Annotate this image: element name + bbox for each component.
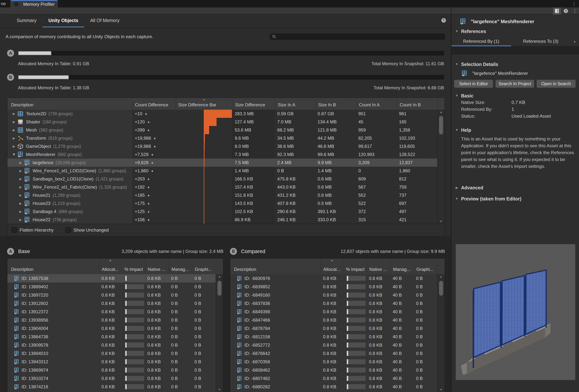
select-in-editor-button[interactable]: Select in Editor [454,80,493,88]
foldout-collapsed-icon[interactable]: ▶ [17,185,24,189]
foldout-collapsed-icon[interactable]: ▶ [17,193,24,197]
table-row[interactable]: ID: -68703560.8 KB0.8 KB40 B0 B [230,358,437,366]
table-row[interactable]: ▶House22(736 groups)+106▲86.9 KB246.1 KB… [7,216,437,224]
column-managed[interactable]: Manag... [390,259,414,274]
column-graphics[interactable]: Graphi... [192,259,216,274]
scrollbar-thumb[interactable] [217,281,221,296]
tab-memory-profiler[interactable]: Memory Profiler [10,0,58,7]
column-size-in-b[interactable]: Size In B [316,98,356,110]
column-native[interactable]: Native ... [145,259,169,274]
table-row[interactable]: ▶SShader(160 groups)+120▲127.4 MB7.0 MB1… [7,118,437,126]
scroll-down-icon[interactable]: ▼ [216,387,223,392]
preview-section-header[interactable]: ▼ Preview (taken from Editor) [451,196,579,202]
table-row[interactable]: ▶GameObject(1,278 groups)+19,988▲8.0 MB3… [7,142,437,150]
table-row[interactable]: ▶Wire_Fence2_el1_Fabric(Clone)(1,326 gro… [7,183,437,191]
table-row[interactable]: ID: 138699740.8 KB0.8 KB0 B0 B [7,366,216,374]
table-row[interactable]: ID: 139095780.8 KB0.8 KB0 B0 B [7,341,216,349]
table-row[interactable]: ▶Texture2D(739 groups)+10▲283.3 MB0.59 G… [7,110,437,118]
table-row[interactable]: ▼MeshRenderer(662 groups)+7,529▲7.3 MB92… [7,150,437,159]
table-row[interactable]: ID: -68074820.8 KB0.8 KB40 B0 B [230,374,437,383]
checkbox-icon[interactable] [66,227,71,233]
column-impact[interactable]: % Impact [122,259,145,274]
foldout-collapsed-icon[interactable]: ▶ [11,120,17,124]
scroll-up-icon[interactable]: ▲ [216,274,223,279]
basic-section-header[interactable]: ▼ Basic [451,93,579,99]
table-row[interactable]: ID: -68121580.8 KB0.8 KB40 B0 B [230,333,437,341]
foldout-collapsed-icon[interactable]: ▶ [11,145,17,148]
foldout-expanded-icon[interactable]: ▼ [455,62,458,66]
table-row[interactable]: ID: 138972200.8 KB0.8 KB0 B0 B [7,291,216,299]
table-row[interactable]: ID: -68398520.8 KB0.8 KB40 B0 B [230,282,437,291]
partial-tab[interactable]: ne [0,0,7,7]
table-row[interactable]: ID: 139040040.8 KB0.8 KB0 B0 B [7,324,216,333]
tab-unity-objects[interactable]: Unity Objects [42,14,84,27]
column-allocated[interactable]: ▼Allocat... [99,259,122,274]
open-in-search-button[interactable]: Open in Search [537,80,576,88]
table-row[interactable]: ▶House21(1,289 groups)+185▲151.8 KB431.2… [7,191,437,199]
foldout-expanded-icon[interactable]: ▼ [455,94,458,98]
scroll-down-icon[interactable]: ▼ [437,219,444,224]
table-row[interactable]: ID: -68493980.8 KB0.8 KB40 B0 B [230,308,437,316]
foldout-expanded-icon[interactable]: ▼ [455,197,458,201]
scrollbar-thumb[interactable] [439,281,443,296]
foldout-expanded-icon[interactable]: ▼ [455,128,458,132]
kebab-menu-icon[interactable]: ⋮ [570,7,579,14]
column-description[interactable]: Description [230,259,321,274]
table-row[interactable]: ▶Transform(919 groups)+19,988▲9.6 MB34.5… [7,134,437,142]
vertical-scrollbar[interactable]: ▲ ▼ [437,110,444,224]
table-row[interactable]: ID: -68084620.8 KB0.8 KB40 B0 B [230,366,437,374]
table-row[interactable]: ID: 139128020.8 KB0.8 KB0 B0 B [7,299,216,308]
table-row[interactable]: ID: -68787840.8 KB0.8 KB40 B0 B [230,324,437,333]
column-count-difference[interactable]: Count Difference [132,98,176,110]
column-graphics[interactable]: Graphi... [414,259,437,274]
table-row[interactable]: ID: 139433120.8 KB0.8 KB0 B0 B [7,358,216,366]
vertical-scrollbar[interactable]: ▲ ▼ [216,274,223,392]
table-row[interactable]: ID: -68378360.8 KB0.8 KB40 B0 B [230,299,437,308]
flatten-hierarchy-checkbox[interactable]: Flatten Hierarchy [11,227,54,233]
column-impact[interactable]: % Impact [343,259,367,274]
table-row[interactable]: ID: -68474660.8 KB0.8 KB40 B0 B [230,316,437,324]
table-row[interactable]: ▶largefence(16,046 groups)+9,628▲7.5 MB2… [7,159,437,167]
scrollbar-thumb[interactable] [439,116,443,134]
table-row[interactable]: ID: 138647380.8 KB0.8 KB0 B0 B [7,333,216,341]
chevron-down-icon[interactable]: ▼ [571,37,579,46]
column-native[interactable]: Native ... [367,259,390,274]
table-row[interactable]: ID: 138575380.8 KB0.8 KB0 B0 B [7,274,216,282]
preview-image[interactable] [456,244,575,380]
column-size-difference[interactable]: Size Difference [232,98,275,110]
table-row[interactable]: ▶Wire_Fence1_el1_LOD2(Clone)(1,860 group… [7,167,437,175]
table-row[interactable]: ID: 139123720.8 KB0.8 KB0 B0 B [7,308,216,316]
foldout-collapsed-icon[interactable]: ▶ [17,218,24,222]
column-description[interactable]: Description [7,259,99,274]
column-count-in-a[interactable]: Count In A [356,98,397,110]
foldout-collapsed-icon[interactable]: ▶ [11,128,17,132]
advanced-section-header[interactable]: ▶ Advanced [451,184,579,191]
column-size-in-a[interactable]: Size In A [275,98,316,110]
scroll-up-icon[interactable]: ▲ [437,274,444,279]
selection-details-section-header[interactable]: ▼ Selection Details [451,61,579,67]
column-count-in-b[interactable]: Count In B [397,98,438,110]
tab-summary[interactable]: Summary [11,14,42,27]
help-section-header[interactable]: ▼ Help [451,127,579,133]
show-unchanged-checkbox[interactable]: Show Unchanged [66,227,109,233]
checkbox-icon[interactable] [11,227,17,233]
kebab-menu-icon[interactable]: ⋮ [572,1,577,7]
tab-referenced-by[interactable]: Referenced By (1) [451,37,511,46]
scroll-down-icon[interactable]: ▼ [437,387,444,392]
table-row[interactable]: ID: 138894020.8 KB0.8 KB0 B0 B [7,282,216,291]
foldout-collapsed-icon[interactable]: ▶ [17,202,24,205]
search-in-project-button[interactable]: Search In Project [495,80,534,88]
scroll-up-icon[interactable]: ▲ [437,110,444,114]
toggle-details-panel-button[interactable] [552,7,561,14]
tab-references-to[interactable]: References To (3) [511,37,571,46]
table-row[interactable]: ID: 139389560.8 KB0.8 KB0 B0 B [7,316,216,324]
foldout-collapsed-icon[interactable]: ▶ [11,136,17,140]
foldout-collapsed-icon[interactable]: ▶ [455,186,458,190]
foldout-collapsed-icon[interactable]: ▶ [17,177,24,181]
table-row[interactable]: ▶Sandbags_box2_LOD1(Clone)(1,421 groups)… [7,175,437,183]
table-row[interactable]: ID: 139102740.8 KB0.8 KB0 B0 B [7,374,216,383]
vertical-scrollbar[interactable]: ▲ ▼ [437,274,444,392]
table-row[interactable]: ▶Mesh(382 groups)+399▲53.6 MB68.2 MB121.… [7,126,437,134]
help-icon[interactable]: ? [441,18,446,24]
search-field[interactable] [270,34,445,40]
